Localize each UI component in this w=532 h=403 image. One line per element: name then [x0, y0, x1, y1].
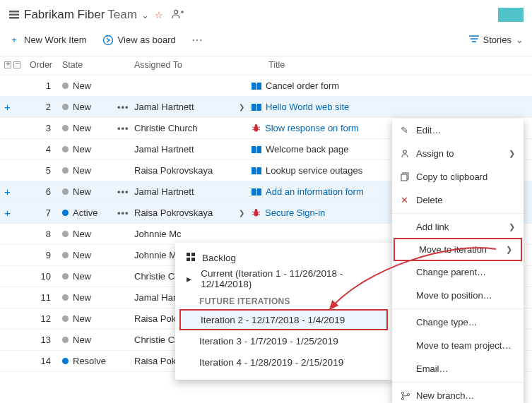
bug-icon	[252, 124, 261, 133]
book-icon	[252, 167, 261, 175]
state-dot-icon	[62, 83, 69, 89]
ctx-edit[interactable]: ✎ Edit…	[392, 119, 524, 142]
svg-point-40	[403, 150, 407, 153]
flyout-iteration-4[interactable]: Iteration 4 - 1/28/2019 - 2/15/2019	[175, 351, 392, 373]
svg-point-32	[255, 209, 258, 212]
new-work-item-button[interactable]: + New Work Item	[8, 35, 87, 45]
expand-chevron-icon[interactable]: ❯	[239, 209, 249, 217]
column-title[interactable]: Title	[266, 60, 528, 70]
row-state: New	[58, 186, 117, 197]
state-dot-icon	[62, 358, 69, 364]
column-assigned[interactable]: Assigned To	[134, 60, 256, 70]
table-row[interactable]: + 1 New Cancel order form	[0, 76, 532, 97]
book-icon	[252, 103, 261, 112]
page-header: Fabrikam Fiber Team ⌄ ☆	[0, 0, 532, 27]
separator	[392, 213, 524, 214]
svg-rect-13	[252, 104, 256, 111]
team-label: Team	[107, 8, 137, 22]
row-assigned: Jamal Hartnett	[134, 186, 239, 197]
state-dot-icon	[62, 146, 69, 152]
stories-label: Stories	[483, 35, 512, 45]
grid-header: Order State Assigned To Title	[0, 56, 532, 76]
flyout-iteration-3[interactable]: Iteration 3 - 1/7/2019 - 1/25/2019	[175, 330, 392, 351]
svg-line-19	[259, 127, 261, 128]
svg-line-34	[259, 212, 261, 212]
ctx-assign-to[interactable]: Assign to ❯	[392, 142, 524, 165]
svg-line-18	[252, 127, 254, 128]
separator	[392, 382, 524, 383]
flyout-current[interactable]: ▸ Current (Iteration 1 - 11/26/2018 - 12…	[175, 268, 392, 289]
svg-point-3	[174, 10, 177, 13]
svg-rect-10	[252, 83, 256, 90]
team-name[interactable]: Fabrikam Fiber	[24, 8, 105, 22]
row-title[interactable]: Cancel order form	[249, 80, 528, 91]
row-more-icon[interactable]: •••	[117, 123, 134, 133]
delete-icon: ✕	[401, 195, 416, 205]
ctx-move-position[interactable]: Move to position…	[392, 284, 524, 307]
row-state: New	[58, 123, 117, 133]
row-more-icon[interactable]: •••	[117, 102, 134, 112]
collapse-all-icon[interactable]	[13, 61, 20, 68]
svg-rect-12	[256, 83, 257, 90]
chevron-down-icon: ⌄	[516, 35, 524, 45]
chevron-right-icon: ❯	[509, 149, 515, 158]
svg-rect-26	[257, 167, 261, 174]
toolbar: + New Work Item View as board ⋯ Stories …	[0, 27, 532, 56]
ctx-change-type[interactable]: Change type…	[392, 311, 524, 334]
expand-chevron-icon[interactable]: ❯	[239, 103, 249, 111]
toolbar-more-icon[interactable]: ⋯	[191, 33, 203, 47]
svg-rect-24	[256, 147, 257, 153]
row-state: Resolve	[58, 356, 117, 366]
row-order: 10	[27, 271, 58, 282]
ctx-delete[interactable]: ✕ Delete	[392, 188, 524, 212]
add-child-icon[interactable]: +	[4, 186, 11, 198]
backlog-icon	[8, 9, 20, 20]
flyout-future-header: FUTURE ITERATIONS	[175, 289, 392, 309]
favorite-star-icon[interactable]: ☆	[155, 10, 163, 20]
svg-rect-14	[257, 104, 261, 111]
state-dot-icon	[62, 104, 69, 110]
pencil-icon: ✎	[401, 125, 416, 136]
ctx-move-team-project[interactable]: Move to team project…	[392, 334, 524, 357]
flyout-backlog[interactable]: Backlog	[175, 247, 392, 268]
ctx-new-branch[interactable]: New branch…	[392, 384, 524, 403]
user-avatar[interactable]	[498, 8, 524, 22]
svg-rect-27	[256, 168, 257, 174]
ctx-move-to-iteration[interactable]: Move to iteration ❯	[394, 238, 522, 261]
row-more-icon[interactable]: •••	[117, 186, 134, 197]
team-members-icon[interactable]	[172, 9, 184, 21]
flyout-iteration-2[interactable]: Iteration 2 - 12/17/2018 - 1/4/2019	[179, 309, 388, 330]
state-dot-icon	[62, 167, 69, 174]
team-chevron-icon[interactable]: ⌄	[141, 10, 149, 20]
ctx-email[interactable]: Email…	[392, 357, 524, 380]
ctx-add-link[interactable]: Add link ❯	[392, 215, 524, 239]
add-child-icon[interactable]: +	[4, 207, 11, 219]
view-as-board-button[interactable]: View as board	[102, 35, 176, 46]
column-state[interactable]: State	[58, 60, 117, 70]
book-icon	[252, 82, 261, 90]
expand-all-icon[interactable]	[4, 61, 11, 68]
row-order: 11	[27, 292, 58, 303]
caret-right-icon: ▸	[187, 273, 201, 284]
new-work-item-label: New Work Item	[24, 35, 87, 45]
add-child-icon[interactable]: +	[4, 101, 11, 113]
ctx-copy[interactable]: Copy to clipboard	[392, 165, 524, 188]
svg-rect-2	[9, 17, 19, 19]
svg-rect-29	[257, 188, 261, 196]
row-state: New	[58, 335, 117, 345]
column-order[interactable]: Order	[27, 60, 58, 70]
row-more-icon[interactable]: •••	[117, 207, 134, 218]
svg-line-21	[259, 130, 261, 131]
svg-line-20	[252, 130, 254, 131]
stories-filter[interactable]: Stories ⌄	[469, 35, 524, 45]
state-dot-icon	[62, 210, 69, 216]
table-row[interactable]: + 2 New ••• Jamal Hartnett ❯ Hello World…	[0, 97, 532, 118]
bug-icon	[252, 208, 261, 217]
book-icon	[252, 188, 261, 196]
state-dot-icon	[62, 315, 69, 322]
row-title[interactable]: Hello World web site	[249, 102, 528, 112]
chevron-right-icon: ❯	[509, 222, 515, 231]
svg-point-6	[103, 35, 112, 44]
iteration-flyout: Backlog ▸ Current (Iteration 1 - 11/26/2…	[175, 243, 392, 380]
ctx-change-parent[interactable]: Change parent…	[392, 260, 524, 284]
